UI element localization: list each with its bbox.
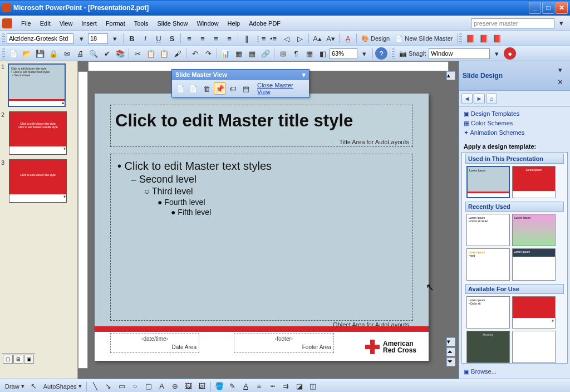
new-slide-master-button[interactable]: 📄New Slide Master: [393, 32, 455, 45]
slide-master-canvas[interactable]: Click to edit Master title style Title A…: [95, 94, 429, 361]
title-placeholder[interactable]: Click to edit Master title style Title A…: [110, 105, 413, 147]
menu-insert[interactable]: Insert: [77, 18, 101, 29]
link-animation-schemes[interactable]: ✦ Animation Schemes: [464, 128, 566, 138]
rectangle-button[interactable]: ▭: [116, 380, 128, 393]
insert-table-button[interactable]: ▦: [233, 47, 245, 60]
increase-indent-button[interactable]: ▷: [294, 32, 306, 45]
paste-button[interactable]: 📋: [158, 47, 170, 60]
delete-master-button[interactable]: 🗑: [200, 82, 213, 95]
font-dropdown[interactable]: ▾: [75, 32, 87, 45]
body-level-2[interactable]: – Second level: [131, 174, 406, 185]
template-thumb[interactable]: Heading: [466, 331, 510, 363]
menu-view[interactable]: View: [55, 18, 77, 29]
help-button[interactable]: ?: [375, 47, 387, 60]
arrow-style-button[interactable]: ⇉: [280, 380, 292, 393]
minimize-button[interactable]: _: [529, 2, 541, 14]
menu-help[interactable]: Help: [223, 18, 245, 29]
date-placeholder[interactable]: ‹date/time› Date Area: [110, 333, 199, 353]
toolbar-grip[interactable]: [392, 48, 395, 59]
redo-button[interactable]: ↷: [202, 47, 214, 60]
footer-placeholder[interactable]: ‹footer› Footer Area: [234, 333, 334, 353]
master-thumbnail-2[interactable]: 2 Click to edit Master title styleClick …: [2, 111, 75, 155]
nav-forward-button[interactable]: ►: [474, 93, 485, 104]
vertical-ruler[interactable]: [78, 71, 88, 369]
help-search-box[interactable]: preserve master: [471, 18, 554, 28]
menu-edit[interactable]: Edit: [36, 18, 55, 29]
pdf-icon[interactable]: 📕: [464, 32, 476, 45]
size-dropdown[interactable]: ▾: [109, 32, 121, 45]
link-design-templates[interactable]: ▣ Design Templates: [464, 109, 566, 119]
snagit-button[interactable]: 📷Snagit: [397, 47, 428, 60]
draw-menu[interactable]: Draw ▾: [3, 380, 27, 393]
insert-slide-master-button[interactable]: 📄: [174, 82, 186, 95]
wordart-button[interactable]: A: [156, 380, 168, 393]
rename-master-button[interactable]: 🏷: [227, 82, 239, 95]
align-justify-button[interactable]: ≡: [223, 32, 235, 45]
research-button[interactable]: 📚: [114, 47, 126, 60]
nav-home-button[interactable]: ⌂: [486, 93, 497, 104]
line-style-button[interactable]: ≡: [253, 380, 266, 393]
snagit-dropdown[interactable]: ▾: [490, 47, 503, 60]
shadow-button[interactable]: S: [166, 32, 178, 45]
save-button[interactable]: 💾: [34, 47, 46, 60]
line-button[interactable]: ╲: [89, 380, 101, 393]
body-level-3[interactable]: ○ Third level: [144, 187, 406, 197]
bold-button[interactable]: B: [126, 32, 138, 45]
format-painter-button[interactable]: 🖌: [171, 47, 184, 60]
body-level-4[interactable]: ● Fourth level: [158, 198, 406, 207]
design-button[interactable]: 🎨Design: [359, 32, 392, 45]
menu-slideshow[interactable]: Slide Show: [153, 18, 192, 29]
menu-file[interactable]: File: [17, 18, 36, 29]
normal-view-button[interactable]: ▢: [3, 355, 13, 364]
master-layout-button[interactable]: ▤: [240, 82, 252, 95]
zoom-dropdown[interactable]: ▾: [358, 47, 370, 60]
close-button[interactable]: ✕: [556, 2, 568, 14]
menu-adobepdf[interactable]: Adobe PDF: [244, 18, 285, 29]
line-spacing-button[interactable]: ‖: [240, 32, 253, 45]
bullets-button[interactable]: •≡: [267, 32, 279, 45]
open-button[interactable]: 📂: [21, 47, 33, 60]
next-slide-button[interactable]: ⏷: [446, 357, 455, 366]
copy-button[interactable]: 📋: [145, 47, 157, 60]
link-color-schemes[interactable]: ▦ Color Schemes: [464, 119, 566, 128]
font-color-button[interactable]: A: [342, 32, 354, 45]
print-preview-button[interactable]: 🔍: [87, 47, 100, 60]
tables-borders-button[interactable]: ▦: [246, 47, 258, 60]
menu-tools[interactable]: Tools: [130, 18, 153, 29]
arrow-button[interactable]: ↘: [102, 380, 115, 393]
fill-color-button[interactable]: 🪣: [213, 380, 225, 393]
increase-font-button[interactable]: A▴: [311, 32, 323, 45]
spelling-button[interactable]: ✔: [101, 47, 113, 60]
taskpane-close-button[interactable]: ✕: [554, 76, 566, 88]
template-thumb[interactable]: Lorem Ipsum• text: [466, 248, 510, 281]
font-size-selector[interactable]: 18: [88, 33, 108, 44]
italic-button[interactable]: I: [139, 32, 151, 45]
decrease-font-button[interactable]: A▾: [325, 32, 337, 45]
pdf-email-icon[interactable]: 📕: [478, 32, 490, 45]
title-text[interactable]: Click to edit Master title style: [115, 111, 408, 131]
nav-back-button[interactable]: ◄: [461, 93, 473, 104]
expand-all-button[interactable]: ⊞: [277, 47, 289, 60]
snagit-capture-button[interactable]: ●: [504, 47, 516, 60]
slideshow-button[interactable]: ▣: [24, 355, 34, 364]
master-toolbar-dropdown[interactable]: ▾: [302, 71, 306, 79]
underline-button[interactable]: U: [153, 32, 165, 45]
align-right-button[interactable]: ≡: [210, 32, 222, 45]
master-thumbnail-1[interactable]: 1 Click to edit Master title style• Clic…: [2, 63, 75, 107]
scroll-up-button[interactable]: ▴: [446, 71, 455, 80]
diagram-button[interactable]: ⊕: [169, 380, 181, 393]
font-color-button[interactable]: A: [240, 380, 252, 393]
slide-master-view-toolbar[interactable]: Slide Master View▾ 📄 📄 🗑 📌 🏷 ▤ Close Mas…: [171, 69, 309, 97]
body-level-5[interactable]: ● Fifth level: [171, 208, 406, 217]
maximize-button[interactable]: □: [542, 2, 554, 14]
show-formatting-button[interactable]: ¶: [290, 47, 302, 60]
textbox-button[interactable]: ▢: [142, 380, 155, 393]
insert-chart-button[interactable]: 📊: [219, 47, 232, 60]
toolbar-grip[interactable]: [459, 33, 462, 44]
snagit-target-selector[interactable]: Window: [429, 48, 490, 59]
select-objects-button[interactable]: ↖: [28, 380, 40, 393]
preserve-master-button[interactable]: 📌: [214, 82, 226, 95]
picture-button[interactable]: 🖼: [196, 380, 208, 393]
numbering-button[interactable]: ⋮≡: [254, 32, 266, 45]
pdf-review-icon[interactable]: 📕: [491, 32, 503, 45]
